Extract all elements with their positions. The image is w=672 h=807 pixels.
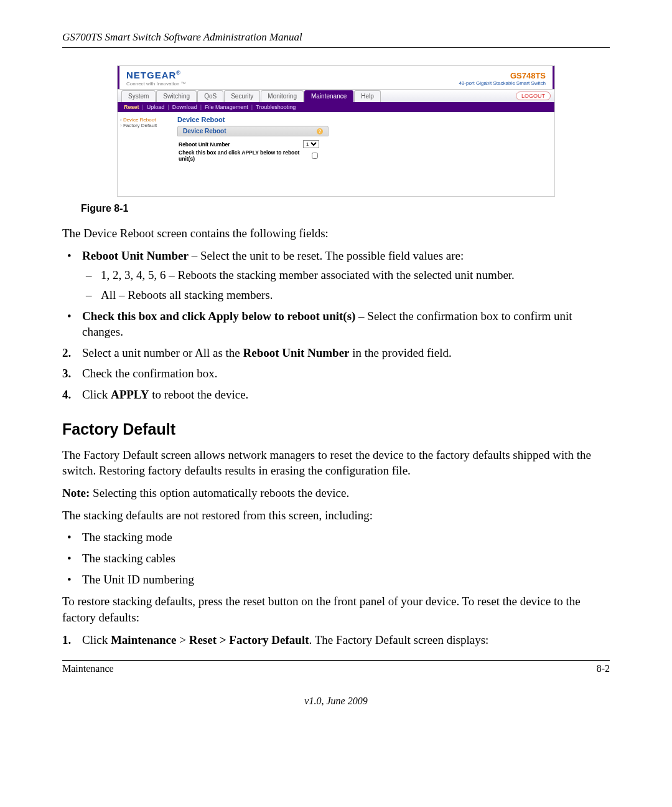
- footer-right: 8-2: [597, 663, 610, 674]
- model-desc: 48-port Gigabit Stackable Smart Switch: [459, 80, 546, 86]
- tab-system[interactable]: System: [121, 90, 156, 102]
- help-icon[interactable]: ?: [317, 128, 323, 134]
- figure-caption: Figure 8-1: [81, 203, 610, 214]
- bullet-reboot-unit: Reboot Unit Number – Select the unit to …: [62, 248, 610, 303]
- confirm-checkbox[interactable]: [312, 153, 318, 159]
- fd-step-1: 1. Click Maintenance > Reset > Factory D…: [62, 632, 610, 648]
- tab-monitoring[interactable]: Monitoring: [261, 90, 304, 102]
- model-name: GS748TS: [459, 71, 546, 80]
- subtab-download[interactable]: Download: [172, 104, 197, 110]
- step-2: 2. Select a unit number or All as the Re…: [62, 345, 610, 361]
- sidebar-item-device-reboot[interactable]: Device Reboot: [120, 117, 169, 123]
- subtab-reset[interactable]: Reset: [124, 104, 139, 110]
- main-tabs: System Switching QoS Security Monitoring…: [118, 89, 554, 102]
- fd-li-stacking-mode: The stacking mode: [62, 529, 610, 545]
- tab-security[interactable]: Security: [224, 90, 260, 102]
- tab-maintenance[interactable]: Maintenance: [304, 90, 353, 102]
- bullet-check-box: Check this box and click Apply below to …: [62, 308, 610, 340]
- subtab-file-management[interactable]: File Management: [205, 104, 248, 110]
- section-heading-factory-default: Factory Default: [62, 420, 610, 438]
- fd-paragraph-2: The stacking defaults are not restored f…: [62, 507, 610, 524]
- tab-help[interactable]: Help: [354, 90, 381, 102]
- sidebar-item-factory-default[interactable]: Factory Default: [120, 123, 169, 128]
- sub-bullet-all: All – Reboots all stacking members.: [82, 287, 610, 303]
- tab-qos[interactable]: QoS: [197, 90, 223, 102]
- brand-tagline: Connect with Innovation ™: [126, 81, 186, 87]
- step-4: 4. Click APPLY to reboot the device.: [62, 387, 610, 403]
- footer-version: v1.0, June 2009: [62, 696, 610, 707]
- logout-button[interactable]: LOGOUT: [516, 92, 551, 100]
- reboot-unit-select[interactable]: 1: [303, 140, 319, 148]
- fd-paragraph-3: To restore stacking defaults, press the …: [62, 593, 610, 625]
- page-header: GS700TS Smart Switch Software Administra…: [62, 31, 610, 48]
- footer-left: Maintenance: [62, 663, 114, 674]
- screenshot-device-reboot: NETGEAR® Connect with Innovation ™ GS748…: [117, 65, 555, 197]
- page-footer: Maintenance 8-2: [62, 660, 610, 674]
- panel-title: Device Reboot: [177, 116, 548, 123]
- sub-tabs: Reset| Upload| Download| File Management…: [118, 102, 554, 112]
- brand-logo: NETGEAR®: [126, 70, 181, 80]
- intro-text: The Device Reboot screen contains the fo…: [62, 225, 610, 242]
- sub-bullet-numbers: 1, 2, 3, 4, 5, 6 – Reboots the stacking …: [82, 267, 610, 283]
- subtab-upload[interactable]: Upload: [147, 104, 165, 110]
- subtab-troubleshooting[interactable]: Troubleshooting: [256, 104, 296, 110]
- fd-li-unit-id: The Unit ID numbering: [62, 572, 610, 588]
- side-nav: Device Reboot Factory Default: [118, 112, 171, 196]
- field-confirm-label: Check this box and click APPLY below to …: [179, 149, 309, 162]
- field-reboot-unit-label: Reboot Unit Number: [179, 141, 303, 148]
- step-3: 3. Check the confirmation box.: [62, 366, 610, 382]
- fd-li-stacking-cables: The stacking cables: [62, 550, 610, 567]
- fd-note: Note: Selecting this option automaticall…: [62, 485, 610, 501]
- tab-switching[interactable]: Switching: [156, 90, 197, 102]
- fd-paragraph-1: The Factory Default screen allows networ…: [62, 447, 610, 479]
- panel-subtitle: Device Reboot: [183, 128, 226, 134]
